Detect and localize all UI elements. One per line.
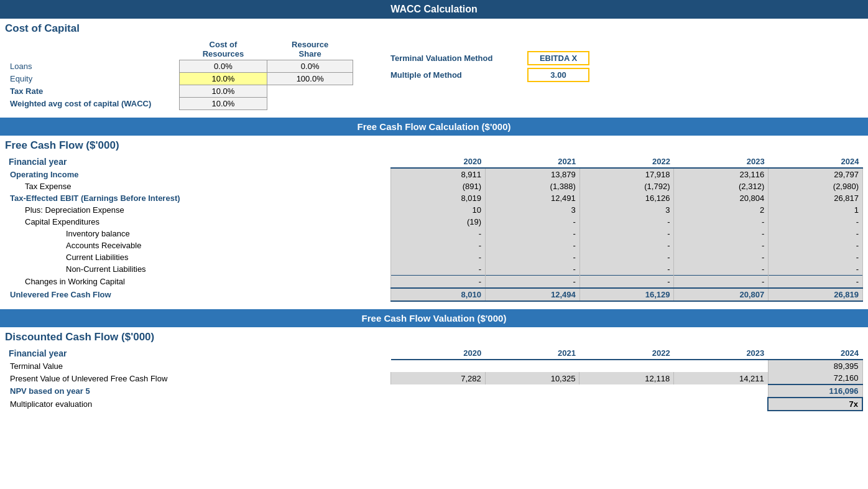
wacc-cost-3[interactable]: 10.0% <box>179 98 267 110</box>
fcf-val-3-1: 3 <box>486 204 580 216</box>
dcf-label-0: Terminal Value <box>5 360 391 372</box>
fcf-year-2023: 2023 <box>674 156 769 168</box>
fcf-section-header: Free Cash Flow Calculation ($'000) <box>0 118 868 136</box>
wacc-share-1: 100.0% <box>267 73 353 85</box>
dcf-year-2023: 2023 <box>674 347 769 360</box>
fcf-val-9-2: - <box>579 276 674 289</box>
wacc-share-0: 0.0% <box>267 60 353 73</box>
mult-empty-2 <box>579 398 674 411</box>
fcf-val-2-3: 20,804 <box>674 192 769 204</box>
fcf-val-6-0: - <box>391 240 486 251</box>
fcf-year-2021: 2021 <box>486 156 580 168</box>
fcf-label-10: Unlevered Free Cash Flow <box>5 288 391 301</box>
fcf-val-0-2: 17,918 <box>579 168 674 180</box>
fcf-val-4-3: - <box>674 216 769 228</box>
fcf-val-1-1: (1,388) <box>486 180 580 192</box>
fcf-val-3-2: 3 <box>579 204 674 216</box>
fcf-val-10-0: 8,010 <box>391 288 486 301</box>
fcf-val-9-3: - <box>674 276 769 289</box>
wacc-share-2 <box>267 85 353 98</box>
fcf-val-5-2: - <box>579 228 674 240</box>
fcf-label-3: Plus: Depreciation Expense <box>5 204 391 216</box>
mult-empty-1 <box>485 398 579 411</box>
dcf-val-0-1 <box>485 360 579 372</box>
fcf-label-8: Non-Current Liabilities <box>5 263 391 276</box>
cost-of-capital-title: Cost of Capital <box>0 19 868 36</box>
fcf-label-5: Inventory balance <box>5 228 391 240</box>
npv-empty-0 <box>391 384 486 398</box>
fcf-val-6-3: - <box>674 240 769 251</box>
fcf-container: Financial year 2020 2021 2022 2023 2024 … <box>0 153 868 304</box>
fcf-val-7-3: - <box>674 251 769 263</box>
dcf-container: Financial year 2020 2021 2022 2023 2024 … <box>0 345 868 414</box>
dcf-year-2022: 2022 <box>579 347 674 360</box>
main-header: WACC Calculation <box>0 0 868 19</box>
dcf-val-0-4: 89,395 <box>768 360 862 372</box>
fcf-val-3-0: 10 <box>391 204 486 216</box>
dcf-year-2024: 2024 <box>768 347 862 360</box>
fcf-val-7-1: - <box>486 251 580 263</box>
fcf-title: Free Cash Flow ($'000) <box>0 136 868 153</box>
dcf-year-col-label: Financial year <box>5 347 391 360</box>
dcf-title: Discounted Cash Flow ($'000) <box>0 327 868 345</box>
fcf-val-8-0: - <box>391 263 486 276</box>
dcf-val-1-1: 10,325 <box>485 372 579 384</box>
fcf-year-col-label: Financial year <box>5 156 391 168</box>
fcf-val-6-1: - <box>486 240 580 251</box>
fcf-label-6: Accounts Receivable <box>5 240 391 251</box>
npv-empty-1 <box>485 384 579 398</box>
fcf-val-4-2: - <box>579 216 674 228</box>
fcf-val-4-4: - <box>769 216 863 228</box>
wacc-label-0: Loans <box>5 60 179 73</box>
fcf-label-4: Capital Expenditures <box>5 216 391 228</box>
fcf-val-8-3: - <box>674 263 769 276</box>
dcf-val-1-3: 14,211 <box>674 372 769 384</box>
fcf-val-0-4: 29,797 <box>769 168 863 180</box>
fcf-val-1-3: (2,312) <box>674 180 769 192</box>
dcf-val-1-0: 7,282 <box>391 372 486 384</box>
terminal-method-value[interactable]: EBITDA X <box>527 51 589 65</box>
terminal-multiple-value[interactable]: 3.00 <box>527 68 589 82</box>
wacc-table: Cost ofResources ResourceShare Loans0.0%… <box>5 39 353 110</box>
fcf-val-1-2: (1,792) <box>579 180 674 192</box>
dcf-val-0-3 <box>674 360 769 372</box>
npv-empty-2 <box>579 384 674 398</box>
fcf-year-2022: 2022 <box>579 156 674 168</box>
wacc-label-3: Weighted avg cost of capital (WACC) <box>5 98 179 110</box>
wacc-label-2: Tax Rate <box>5 85 179 98</box>
terminal-section: Terminal Valuation Method EBITDA X Multi… <box>390 39 589 85</box>
valuation-section-header: Free Cash Flow Valuation ($'000) <box>0 309 868 327</box>
fcf-year-2024: 2024 <box>769 156 863 168</box>
fcf-label-1: Tax Expense <box>5 180 391 192</box>
fcf-val-2-4: 26,817 <box>769 192 863 204</box>
terminal-method-label: Terminal Valuation Method <box>390 54 527 63</box>
dcf-year-2020: 2020 <box>391 347 486 360</box>
fcf-val-8-4: - <box>769 263 863 276</box>
fcf-val-10-3: 20,807 <box>674 288 769 301</box>
fcf-val-4-0: (19) <box>391 216 486 228</box>
fcf-val-0-0: 8,911 <box>391 168 486 180</box>
mult-empty-3 <box>674 398 769 411</box>
npv-empty-3 <box>674 384 769 398</box>
fcf-val-10-4: 26,819 <box>769 288 863 301</box>
fcf-val-10-1: 12,494 <box>486 288 580 301</box>
multiplicator-label: Multiplicator evaluation <box>5 398 391 411</box>
wacc-cost-0[interactable]: 0.0% <box>179 60 267 73</box>
fcf-label-9: Changes in Working Capital <box>5 276 391 289</box>
wacc-cost-2[interactable]: 10.0% <box>179 85 267 98</box>
fcf-val-0-1: 13,879 <box>486 168 580 180</box>
fcf-table: Financial year 2020 2021 2022 2023 2024 … <box>5 156 863 302</box>
dcf-label-1: Present Value of Unlevered Free Cash Flo… <box>5 372 391 384</box>
terminal-multiple-row: Multiple of Method 3.00 <box>390 68 589 82</box>
fcf-val-2-0: 8,019 <box>391 192 486 204</box>
wacc-cost-1[interactable]: 10.0% <box>179 73 267 85</box>
mult-empty-0 <box>391 398 486 411</box>
fcf-val-8-2: - <box>579 263 674 276</box>
fcf-val-5-4: - <box>769 228 863 240</box>
fcf-val-5-3: - <box>674 228 769 240</box>
multiplicator-value[interactable]: 7x <box>768 398 862 411</box>
fcf-val-1-0: (891) <box>391 180 486 192</box>
dcf-val-1-2: 12,118 <box>579 372 674 384</box>
npv-label: NPV based on year 5 <box>5 384 391 398</box>
fcf-label-0: Operating Income <box>5 168 391 180</box>
